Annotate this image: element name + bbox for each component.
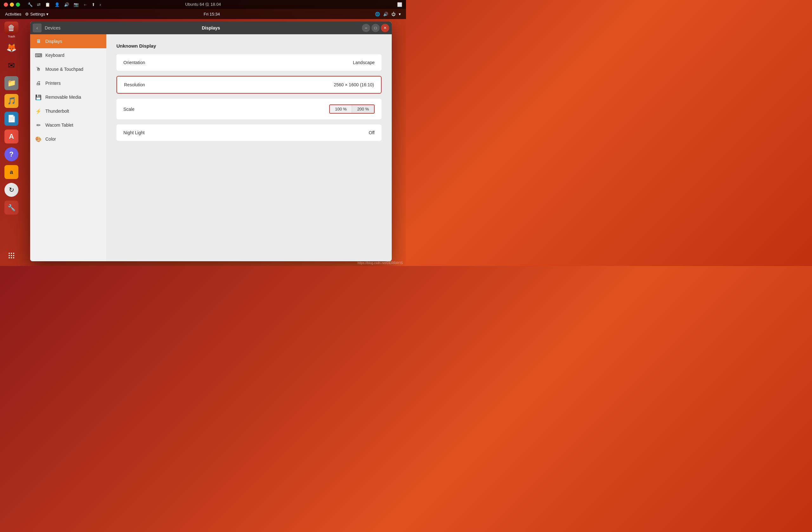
chevron-down-icon: ▾ <box>46 12 48 16</box>
sidebar-item-displays[interactable]: 🖥 Displays <box>30 34 106 48</box>
top-panel-left: Activities ⚙ Settings ▾ <box>5 12 48 16</box>
footer-url: https://blog.csdn.net/DERRAYIS <box>358 261 403 265</box>
dock-item-thunderbird[interactable]: ✉ <box>3 57 20 74</box>
window-maximize-button[interactable]: □ <box>372 24 380 32</box>
toolbar-wrench-icon[interactable]: 🔧 <box>28 2 33 7</box>
scale-buttons: 100 % 200 % <box>329 104 375 114</box>
chevron-down-icon-sys[interactable]: ▾ <box>399 12 401 16</box>
sidebar-item-thunderbolt[interactable]: ⚡ Thunderbolt <box>30 104 106 118</box>
window-close-button[interactable]: ✕ <box>381 24 389 32</box>
sidebar-item-wacom-label: Wacom Tablet <box>45 123 73 128</box>
power-icon[interactable]: ⏻ <box>391 12 395 16</box>
orientation-group: Orientation Landscape <box>116 54 381 71</box>
dock-item-amazon[interactable]: a <box>3 164 20 180</box>
sidebar-item-keyboard[interactable]: ⌨ Keyboard <box>30 48 106 62</box>
resolution-group: Resolution 2560 × 1600 (16:10) <box>116 76 381 94</box>
scale-row: Scale 100 % 200 % <box>116 99 381 120</box>
dock-item-rhythmbox[interactable]: 🎵 <box>3 93 20 109</box>
system-info: Ubuntu 64 位 18.04 <box>185 2 221 7</box>
top-panel-right: 🌐 🔊 ⏻ ▾ <box>375 12 401 16</box>
svg-point-4 <box>11 255 12 256</box>
sidebar-item-printers-label: Printers <box>45 81 61 86</box>
resolution-value: 2560 × 1600 (16:10) <box>334 82 374 87</box>
thunderbolt-icon: ⚡ <box>35 108 42 114</box>
appstore-icon-wrapper: A <box>4 129 18 143</box>
dock-item-firefox[interactable]: 🦊 <box>3 39 20 56</box>
dock-item-appstore[interactable]: A <box>3 128 20 145</box>
resolution-row[interactable]: Resolution 2560 × 1600 (16:10) <box>117 76 381 93</box>
dock-item-writer[interactable]: 📄 <box>3 110 20 127</box>
toolbar-back-icon[interactable]: ← <box>83 2 87 7</box>
svg-point-8 <box>13 257 14 258</box>
show-apps-button[interactable] <box>8 252 15 261</box>
dock-item-update[interactable]: ↻ <box>3 182 20 198</box>
trash-icon-wrapper: 🗑 <box>4 22 18 34</box>
scale-200-button[interactable]: 200 % <box>352 105 374 113</box>
title-bar: 🔧 ⇄ 📋 👤 🔊 📷 ← ⬆ › Ubuntu 64 位 18.04 ⬜ <box>0 0 406 9</box>
sidebar-item-removable-media[interactable]: 💾 Removable Media <box>30 90 106 104</box>
settings-label: Settings <box>30 12 45 16</box>
window-back-button[interactable]: ‹ <box>33 24 42 32</box>
close-traffic-light[interactable] <box>4 2 8 7</box>
toolbar-arrows-icon[interactable]: ⇄ <box>37 2 41 7</box>
svg-point-6 <box>9 257 10 258</box>
dock-item-files[interactable]: 📁 <box>3 75 20 92</box>
window-minimize-button[interactable]: – <box>362 24 370 32</box>
minimize-traffic-light[interactable] <box>10 2 14 7</box>
sidebar-item-color[interactable]: 🎨 Color <box>30 132 106 146</box>
traffic-lights <box>4 2 20 7</box>
settings-content: Unknown Display Orientation Landscape Re… <box>106 34 392 261</box>
toolbar-volume-icon[interactable]: 🔊 <box>64 2 69 7</box>
settings-window: ‹ Devices Displays – □ ✕ 🖥 Displays <box>30 22 392 261</box>
toolbar-user-icon[interactable]: 👤 <box>55 2 60 7</box>
volume-icon[interactable]: 🔊 <box>383 12 388 16</box>
gear-icon: ⚙ <box>25 12 29 16</box>
sidebar-item-keyboard-label: Keyboard <box>45 53 64 58</box>
back-arrow-icon: ‹ <box>37 25 38 30</box>
amazon-icon-wrapper: a <box>4 165 18 179</box>
sidebar-item-thunderbolt-label: Thunderbolt <box>45 109 69 114</box>
maximize-traffic-light[interactable] <box>16 2 20 7</box>
night-light-row[interactable]: Night Light Off <box>116 124 381 141</box>
window-section-title: Devices <box>45 25 61 30</box>
scale-label: Scale <box>124 107 134 112</box>
printer-icon: 🖨 <box>35 80 42 86</box>
svg-point-5 <box>13 255 14 256</box>
update-icon-wrapper: ↻ <box>4 183 18 197</box>
title-bar-window-btn[interactable]: ⬜ <box>397 2 402 7</box>
firefox-icon-wrapper: 🦊 <box>4 41 18 55</box>
dock-item-trash[interactable]: 🗑 Trash <box>3 22 20 38</box>
color-icon: 🎨 <box>35 136 42 142</box>
scale-100-button[interactable]: 100 % <box>330 105 352 113</box>
orientation-row[interactable]: Orientation Landscape <box>116 54 381 71</box>
sidebar-item-printers[interactable]: 🖨 Printers <box>30 76 106 90</box>
sidebar-item-color-label: Color <box>45 137 56 142</box>
title-bar-left: 🔧 ⇄ 📋 👤 🔊 📷 ← ⬆ › <box>4 2 101 7</box>
toolbar-icons: 🔧 ⇄ 📋 👤 🔊 📷 ← ⬆ › <box>28 2 101 7</box>
window-controls: – □ ✕ <box>362 24 392 32</box>
dock-item-system-tools[interactable]: 🔧 <box>3 199 20 216</box>
toolbar-camera-icon[interactable]: 📷 <box>74 2 79 7</box>
removable-media-icon: 💾 <box>35 94 42 100</box>
top-panel: Activities ⚙ Settings ▾ Fri 15:34 🌐 🔊 ⏻ … <box>0 9 406 19</box>
clock: Fri 15:34 <box>204 12 220 16</box>
night-light-group: Night Light Off <box>116 124 381 141</box>
toolbar-share-icon[interactable]: ⬆ <box>92 2 95 7</box>
mouse-icon: 🖱 <box>35 66 42 72</box>
dock-item-help[interactable]: ? <box>3 146 20 163</box>
minimize-icon: – <box>365 26 367 30</box>
sidebar-item-mouse-touchpad[interactable]: 🖱 Mouse & Touchpad <box>30 62 106 76</box>
toolbar-forward-icon[interactable]: › <box>100 2 101 7</box>
network-icon[interactable]: 🌐 <box>375 12 380 16</box>
sidebar-item-wacom[interactable]: ✏ Wacom Tablet <box>30 118 106 132</box>
window-title: Displays <box>202 25 220 30</box>
orientation-value: Landscape <box>353 60 375 65</box>
toolbar-book-icon[interactable]: 📋 <box>45 2 50 7</box>
sidebar-item-removable-label: Removable Media <box>45 95 81 100</box>
settings-menu-button[interactable]: ⚙ Settings ▾ <box>25 12 48 16</box>
activities-button[interactable]: Activities <box>5 12 21 16</box>
svg-point-1 <box>11 253 12 254</box>
window-titlebar: ‹ Devices Displays – □ ✕ <box>30 22 392 34</box>
dock-item-trash-label: Trash <box>8 35 15 38</box>
maximize-icon: □ <box>374 26 377 30</box>
